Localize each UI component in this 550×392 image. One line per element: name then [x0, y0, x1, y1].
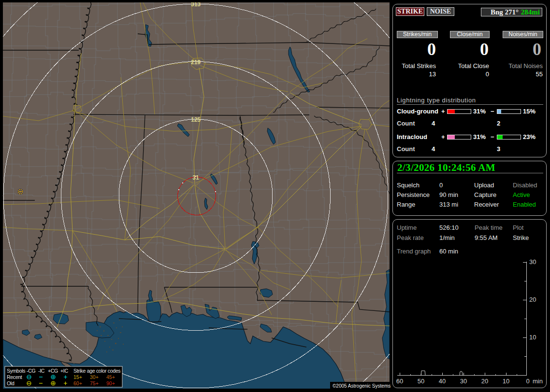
svg-text:40: 40 [439, 378, 446, 385]
svg-text:Old: Old [7, 380, 14, 386]
svg-text:313: 313 [191, 1, 201, 8]
svg-text:-IC: -IC [38, 368, 45, 374]
svg-text:30+: 30+ [90, 374, 99, 380]
svg-text:+IC: +IC [60, 368, 68, 374]
svg-text:©2005 Astrogenic Systems: ©2005 Astrogenic Systems [333, 383, 391, 389]
svg-text:31: 31 [192, 174, 199, 181]
svg-text:+CG: +CG [48, 368, 58, 374]
svg-text:30: 30 [529, 258, 536, 266]
svg-text:20: 20 [529, 296, 536, 303]
svg-text:Recent: Recent [7, 374, 22, 380]
svg-text:219: 219 [191, 59, 201, 66]
svg-text:60+: 60+ [73, 380, 82, 386]
svg-text:75+: 75+ [90, 380, 99, 386]
svg-text:90+: 90+ [106, 380, 115, 386]
svg-text:45+: 45+ [106, 374, 115, 380]
svg-text:10: 10 [529, 334, 536, 341]
svg-text:Symbols: Symbols [7, 368, 25, 374]
svg-text:125: 125 [191, 116, 201, 123]
svg-text:0: 0 [526, 378, 529, 385]
svg-text:60: 60 [396, 378, 403, 385]
svg-text:20: 20 [481, 378, 488, 385]
svg-text:30: 30 [460, 378, 467, 385]
svg-text:15+: 15+ [73, 374, 82, 380]
svg-text:-CG: -CG [27, 368, 35, 374]
svg-text:10: 10 [503, 378, 509, 385]
svg-text:50: 50 [418, 378, 424, 385]
svg-text:min: min [533, 378, 543, 385]
svg-text:Strike age color codes: Strike age color codes [73, 368, 120, 374]
